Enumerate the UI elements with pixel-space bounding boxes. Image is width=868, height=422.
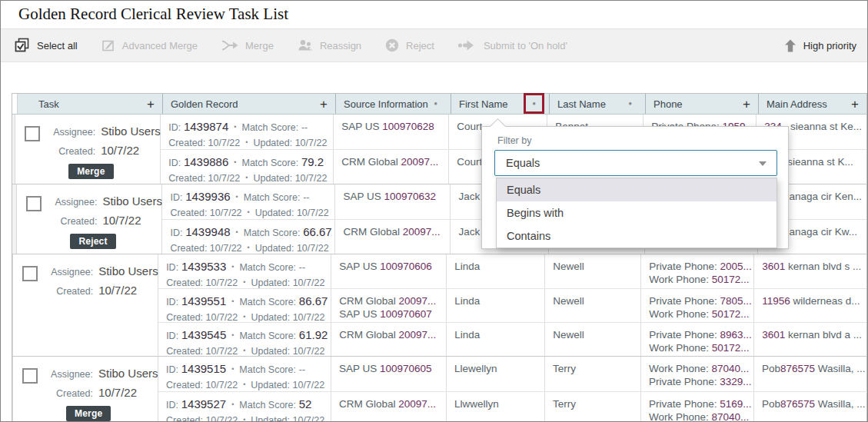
created-label: Created: (45, 286, 93, 297)
phone-cell: Private Phone: 2005...Work Phone: 50172.… (641, 254, 754, 288)
golden-record-cell: ID: 1439515•Match Score: --Created: 10/7… (158, 357, 331, 391)
reject-button[interactable]: Reject (384, 38, 434, 53)
up-arrow-icon (783, 38, 797, 53)
golden-record-cell: ID: 1439874•Match Score: --Created: 10/7… (161, 115, 334, 149)
submit-arrow-icon (457, 38, 477, 53)
task-type-badge: Merge (66, 406, 111, 421)
column-header-task[interactable]: Task+ (18, 94, 163, 114)
filter-dot-icon[interactable]: ● (628, 101, 632, 107)
high-priority-button[interactable]: High priority (783, 38, 856, 53)
merge-button[interactable]: Merge (221, 38, 274, 53)
assignee-label: Assignee: (45, 369, 93, 380)
toolbar: Select all Advanced Merge Merge Reassign (1, 28, 867, 62)
reject-icon (384, 38, 400, 53)
filter-operator-select[interactable]: Equals (494, 150, 777, 176)
task-type-badge: Merge (68, 164, 113, 179)
column-label: Last Name (557, 98, 623, 110)
filter-popup: Filter by Equals Equals Begins with Cont… (481, 126, 789, 249)
filter-operator-value: Equals (506, 157, 540, 169)
source-information-cell: CRM Global 20097... (331, 323, 447, 356)
golden-record-cell: ID: 1439533•Match Score: --Created: 10/7… (158, 254, 331, 288)
add-column-icon[interactable]: + (851, 98, 859, 111)
created-label: Created: (49, 216, 97, 227)
phone-cell: Work Phone: 87040...Private Phone: 3329.… (641, 357, 754, 391)
add-column-icon[interactable]: + (320, 98, 328, 111)
record-row[interactable]: ID: 1439527•Match Score: 52Created: 10/7… (158, 391, 868, 422)
source-information-cell: SAP US 100970628 (334, 115, 449, 149)
task-type-badge: Reject (70, 234, 115, 249)
last-name-cell: Newell (545, 323, 641, 356)
task-info: Assignee:Stibo UsersCreated:10/7/22 (45, 264, 158, 297)
option-contains[interactable]: Contains (497, 224, 777, 248)
submit-on-hold-label: Submit to 'On hold' (484, 40, 567, 52)
task-info: Assignee:Stibo UsersCreated:10/7/22Merge (45, 367, 158, 421)
title-bar: Golden Record Clerical Review Task List (1, 1, 867, 28)
select-all-button[interactable]: Select all (15, 38, 78, 54)
phone-cell: Private Phone: 8963...Work Phone: 50172.… (641, 323, 754, 356)
advanced-merge-button[interactable]: Advanced Merge (101, 38, 198, 53)
chevron-down-icon (759, 161, 767, 166)
phone-cell: Private Phone: 5169...Work Phone: 87040.… (641, 392, 754, 422)
assignee-label: Assignee: (49, 197, 97, 208)
last-name-cell: Newell (545, 254, 641, 288)
source-information-cell: CRM Global 20097... (335, 220, 451, 254)
task-checkbox[interactable] (22, 368, 38, 384)
task-cell: Assignee:Stibo UsersCreated:10/7/22Rejec… (17, 184, 162, 254)
created-value: 10/7/22 (101, 144, 139, 157)
task-cell: Assignee:Stibo UsersCreated:10/7/22Merge (13, 357, 158, 422)
add-column-icon[interactable]: + (743, 98, 750, 111)
merge-label: Merge (245, 40, 274, 52)
task-info: Assignee:Stibo UsersCreated:10/7/22Merge (48, 125, 160, 179)
column-header-phone[interactable]: Phone+ (646, 94, 759, 114)
golden-record-cell: ID: 1439886•Match Score: 79.2Created: 10… (161, 150, 334, 184)
assignee-value: Stibo Users (98, 367, 158, 380)
reassign-button[interactable]: Reassign (297, 38, 361, 53)
created-value: 10/7/22 (102, 214, 141, 227)
task-group: Assignee:Stibo UsersCreated:10/7/22ID: 1… (12, 254, 866, 356)
column-header-golden-record[interactable]: Golden Record+ (163, 94, 336, 114)
source-information-cell: CRM Global 20097... (334, 150, 449, 184)
golden-record-cell: ID: 1439545•Match Score: 61.92Created: 1… (158, 323, 331, 356)
high-priority-label: High priority (803, 40, 856, 52)
record-row[interactable]: ID: 1439551•Match Score: 86.67Created: 1… (158, 288, 866, 322)
golden-record-cell: ID: 1439936•Match Score: --Created: 10/7… (162, 184, 335, 219)
merge-icon (221, 38, 239, 53)
column-header-source-information[interactable]: Source Information● (336, 94, 451, 114)
task-checkbox[interactable] (26, 196, 42, 211)
record-row[interactable]: ID: 1439545•Match Score: 61.92Created: 1… (158, 322, 866, 356)
option-equals[interactable]: Equals (497, 178, 777, 201)
assignee-label: Assignee: (45, 267, 93, 277)
submit-on-hold-button[interactable]: Submit to 'On hold' (457, 38, 567, 53)
record-row[interactable]: ID: 1439533•Match Score: --Created: 10/7… (158, 254, 866, 288)
created-label: Created: (45, 388, 93, 399)
column-header-last-name[interactable]: Last Name● (550, 94, 646, 114)
option-begins-with[interactable]: Begins with (497, 201, 777, 224)
column-label: Task (25, 98, 147, 110)
task-group: Assignee:Stibo UsersCreated:10/7/22Merge… (12, 356, 866, 422)
golden-record-cell: ID: 1439551•Match Score: 86.67Created: 1… (158, 289, 331, 322)
main-address-cell: Pob876575 Wasilla, ... (754, 357, 868, 391)
last-name-cell: Newell (545, 289, 641, 322)
first-name-cell: Llwwellyn (447, 392, 545, 422)
assignee-label: Assignee: (48, 127, 95, 138)
golden-record-cell: ID: 1439948•Match Score: 66.67Created: 1… (162, 220, 335, 254)
column-label: Phone (653, 98, 743, 110)
first-name-cell: Linda (447, 289, 545, 322)
first-name-cell: Linda (447, 323, 545, 356)
filter-operator-options: Equals Begins with Contains (496, 178, 777, 248)
record-row[interactable]: ID: 1439515•Match Score: --Created: 10/7… (158, 357, 868, 391)
first-name-cell: Llewellyn (447, 357, 545, 391)
add-column-icon[interactable]: + (147, 98, 155, 111)
main-address-cell: 3601 kernan blvd s ... (754, 254, 866, 288)
task-checkbox[interactable] (25, 126, 40, 141)
created-value: 10/7/22 (98, 284, 137, 297)
golden-record-task-list-window: { "window": { "title": "Golden Record Cl… (0, 0, 868, 422)
column-header-main-address[interactable]: Main Address+ (759, 94, 866, 114)
reassign-icon (297, 38, 314, 53)
table-header-row: Task+Golden Record+Source Information●Fi… (12, 94, 866, 115)
task-info: Assignee:Stibo UsersCreated:10/7/22Rejec… (49, 194, 161, 249)
filter-dot-icon[interactable]: ● (434, 101, 437, 107)
task-checkbox[interactable] (22, 266, 38, 281)
created-label: Created: (48, 146, 95, 157)
first-name-cell: Linda (447, 254, 545, 288)
